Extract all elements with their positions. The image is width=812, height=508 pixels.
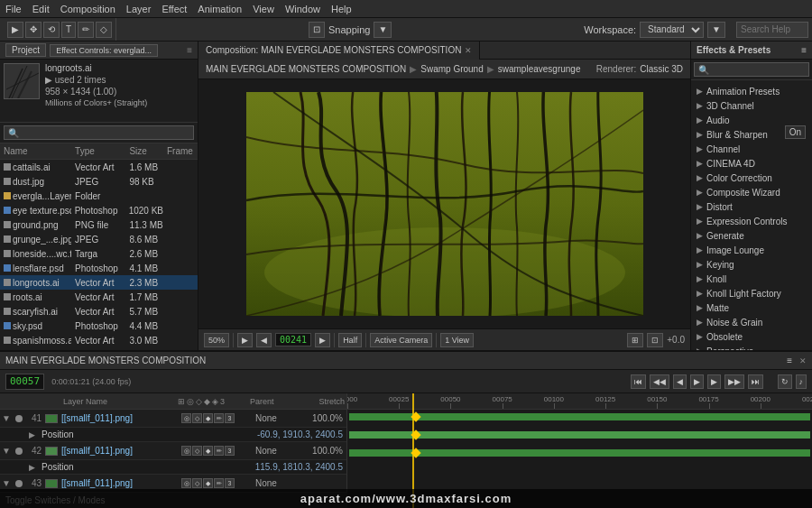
layer-switch-5[interactable]: 3: [225, 413, 235, 423]
menu-animation[interactable]: Animation: [198, 4, 242, 14]
effect-category-item[interactable]: ▶Expression Controls: [691, 214, 812, 228]
file-item[interactable]: dust.jpg JPEG 98 KB: [0, 174, 198, 189]
effect-category-item[interactable]: ▶Generate: [691, 228, 812, 243]
layer-switch-5[interactable]: 3: [225, 478, 235, 488]
tl-btn-5[interactable]: ▶▶: [724, 374, 744, 389]
tl-audio-btn[interactable]: ♪: [796, 374, 807, 389]
zoom-btn[interactable]: 50%: [204, 333, 229, 347]
layer-sub-row[interactable]: ▶ Position 115.9, 1810.3, 2400.5: [0, 460, 346, 475]
effect-category-item[interactable]: ▶Channel: [691, 142, 812, 156]
comp-tab-close[interactable]: ✕: [465, 46, 472, 55]
tool-btn-3[interactable]: ⟲: [43, 22, 60, 38]
panel-menu-btn[interactable]: ≡: [187, 45, 192, 55]
file-item[interactable]: scaryfish.ai Vector Art 5.7 MB: [0, 304, 198, 319]
layer-color-swatch[interactable]: [45, 479, 58, 488]
tool-btn-6[interactable]: ◇: [96, 22, 112, 38]
effect-category-item[interactable]: ▶Matte: [691, 300, 812, 315]
tl-btn-2[interactable]: ◀◀: [650, 374, 669, 389]
menu-composition[interactable]: Composition: [60, 4, 115, 14]
effect-category-item[interactable]: ▶CINEMA 4D: [691, 156, 812, 171]
menu-help[interactable]: Help: [331, 4, 352, 14]
layer-switch-3[interactable]: ◆: [203, 413, 213, 423]
breadcrumb-2[interactable]: Swamp Ground: [420, 64, 483, 74]
safe-zones-btn[interactable]: ⊡: [647, 333, 663, 347]
layer-expand-btn[interactable]: ▼: [0, 446, 13, 456]
effect-controls-tab[interactable]: Effect Controls: everglad...: [50, 44, 158, 57]
tl-btn-4[interactable]: ▶: [707, 374, 721, 389]
file-item[interactable]: lensflare.psd Photoshop 4.1 MB: [0, 261, 198, 275]
effect-category-item[interactable]: ▶Animation Presets: [691, 84, 812, 98]
effect-category-item[interactable]: ▶Composite Wizard: [691, 185, 812, 199]
effect-category-item[interactable]: ▶Obsolete: [691, 329, 812, 344]
effect-category-item[interactable]: ▶Keying: [691, 257, 812, 272]
workspace-select[interactable]: Standard: [640, 22, 704, 38]
file-item[interactable]: cattails.ai Vector Art 1.6 MB: [0, 160, 198, 174]
next-frame-btn[interactable]: ▶: [315, 333, 330, 347]
effect-category-item[interactable]: ▶Noise & Grain: [691, 315, 812, 329]
effect-category-item[interactable]: ▶Color Correction: [691, 171, 812, 185]
prev-frame-btn[interactable]: ◀: [256, 333, 272, 347]
layer-switch-3[interactable]: ◆: [203, 478, 213, 488]
tool-btn-1[interactable]: ▶: [7, 22, 23, 38]
layer-switch-4[interactable]: ✏: [214, 446, 224, 456]
layer-switch-5[interactable]: 3: [225, 446, 235, 456]
tl-btn-3[interactable]: ◀: [673, 374, 687, 389]
layer-row[interactable]: ▼ 42 [[smallf_011].png] ◎ ◇ ◆ ✏ 3 None 1…: [0, 442, 346, 460]
layer-switch-4[interactable]: ✏: [214, 413, 224, 423]
file-item[interactable]: ground.png PNG file 11.3 MB: [0, 217, 198, 232]
effects-menu-btn[interactable]: ≡: [801, 45, 807, 55]
file-item[interactable]: eye texture.psd Photoshop 1020 KB: [0, 203, 198, 217]
workspace-options-btn[interactable]: ▼: [707, 22, 725, 38]
layer-switch-2[interactable]: ◇: [192, 478, 202, 488]
snap-options-btn[interactable]: ▼: [374, 22, 392, 38]
menu-edit[interactable]: Edit: [32, 4, 50, 14]
quality-btn[interactable]: Half: [338, 333, 362, 347]
sub-expand-icon[interactable]: ▶: [25, 430, 38, 439]
grid-btn[interactable]: ⊞: [627, 333, 643, 347]
layer-switch-1[interactable]: ◎: [181, 478, 191, 488]
file-item[interactable]: loneside....wc.tga Targa 2.6 MB: [0, 246, 198, 261]
layer-switch-4[interactable]: ✏: [214, 478, 224, 488]
file-item[interactable]: roots.ai Vector Art 1.7 MB: [0, 290, 198, 304]
view-layout-btn[interactable]: 1 View: [440, 333, 474, 347]
menu-window[interactable]: Window: [285, 4, 320, 14]
layer-visibility[interactable]: [13, 448, 25, 455]
file-item[interactable]: evergla...Layers Folder: [0, 189, 198, 203]
menu-file[interactable]: File: [5, 4, 22, 14]
tool-btn-5[interactable]: ✏: [78, 22, 94, 38]
project-search-input[interactable]: [4, 125, 194, 140]
effect-category-item[interactable]: ▶Image Lounge: [691, 243, 812, 257]
layer-switch-3[interactable]: ◆: [203, 446, 213, 456]
tl-btn-1[interactable]: ⏮: [631, 374, 646, 389]
camera-btn[interactable]: Active Camera: [370, 333, 432, 347]
menu-effect[interactable]: Effect: [161, 4, 187, 14]
layer-switch-2[interactable]: ◇: [192, 446, 202, 456]
layer-visibility[interactable]: [13, 415, 25, 422]
effects-search-input[interactable]: [694, 62, 809, 77]
breadcrumb-1[interactable]: MAIN EVERGLADE MONSTERS COMPOSITION: [206, 64, 406, 74]
effect-category-item[interactable]: ▶Knoll Light Factory: [691, 286, 812, 300]
layer-expand-btn[interactable]: ▼: [0, 413, 13, 423]
effect-category-item[interactable]: ▶Knoll: [691, 272, 812, 286]
tl-btn-6[interactable]: ⏭: [748, 374, 763, 389]
tl-play-btn[interactable]: ▶: [690, 374, 704, 389]
tl-loop-btn[interactable]: ↻: [778, 374, 792, 389]
comp-tab-main[interactable]: Composition: MAIN EVERGLADE MONSTERS COM…: [198, 42, 480, 60]
menu-layer[interactable]: Layer: [126, 4, 152, 14]
play-btn[interactable]: ▶: [237, 333, 253, 347]
current-time-display[interactable]: 00057: [5, 374, 44, 390]
tool-btn-2[interactable]: ✥: [25, 22, 42, 38]
effect-category-item[interactable]: ▶3D Channel: [691, 98, 812, 113]
effect-category-item[interactable]: ▶Perspective: [691, 344, 812, 350]
layer-sub-row[interactable]: ▶ Position -60.9, 1910.3, 2400.5: [0, 428, 346, 442]
sub-expand-icon[interactable]: ▶: [25, 463, 38, 472]
layer-row[interactable]: ▼ 41 [[smallf_011].png] ◎ ◇ ◆ ✏ 3 None 1…: [0, 410, 346, 428]
file-item[interactable]: longroots.ai Vector Art 2.3 MB: [0, 275, 198, 290]
layer-color-swatch[interactable]: [45, 414, 58, 423]
layer-switch-2[interactable]: ◇: [192, 413, 202, 423]
effect-category-item[interactable]: ▶Distort: [691, 199, 812, 214]
project-tab[interactable]: Project: [5, 43, 46, 57]
layer-color-swatch[interactable]: [45, 447, 58, 456]
file-item[interactable]: spanishmoss.ai Vector Art 3.0 MB: [0, 333, 198, 347]
layer-switch-1[interactable]: ◎: [181, 413, 191, 423]
